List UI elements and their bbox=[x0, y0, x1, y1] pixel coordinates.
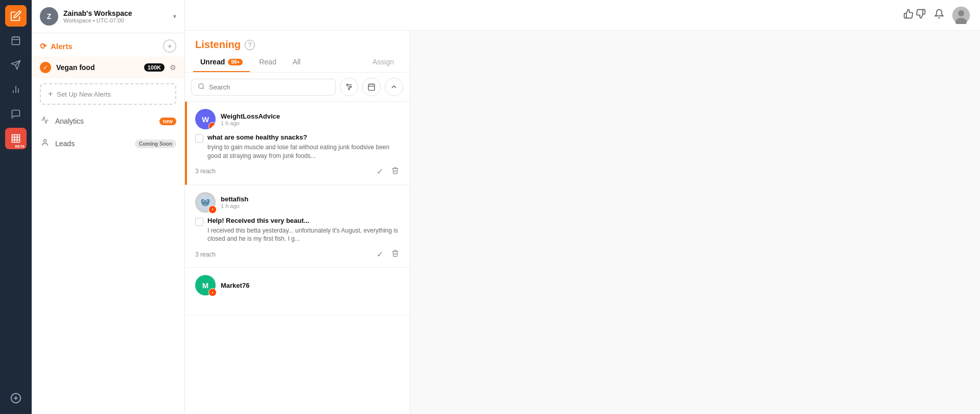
feed-item-header-3: M r Market76 bbox=[195, 275, 401, 295]
svg-rect-0 bbox=[12, 37, 20, 44]
workspace-name: Zainab's Workspace bbox=[63, 9, 168, 17]
feed-username: WeightLossAdvice bbox=[221, 112, 401, 120]
thumbs-up-icon[interactable] bbox=[903, 9, 914, 21]
svg-point-20 bbox=[199, 83, 203, 88]
svg-line-21 bbox=[203, 87, 204, 89]
leads-label: Leads bbox=[55, 140, 130, 148]
feed-item-header-2: r bettafish 1 h ago bbox=[195, 192, 401, 213]
alert-settings-icon[interactable]: ⚙ bbox=[170, 63, 176, 72]
feed-item-footer: 3 reach ✓ bbox=[195, 166, 401, 177]
notification-bell-icon[interactable] bbox=[934, 9, 944, 21]
feed-time-2: 1 h ago bbox=[221, 203, 401, 209]
tab-all-label: All bbox=[293, 58, 301, 66]
search-input-wrap bbox=[191, 79, 336, 96]
tab-assign-label: Assign bbox=[372, 58, 394, 66]
alert-count-badge: 100K bbox=[144, 63, 165, 72]
right-area bbox=[410, 31, 980, 414]
svg-point-39 bbox=[207, 201, 208, 202]
add-icon-btn[interactable] bbox=[5, 387, 27, 409]
workspace-header[interactable]: Z Zainab's Workspace Workspace • UTC-07:… bbox=[32, 0, 184, 33]
set-up-alerts-plus-icon: + bbox=[48, 89, 53, 99]
tab-unread[interactable]: Unread 99+ bbox=[193, 53, 250, 72]
sort-button[interactable] bbox=[385, 78, 403, 96]
user-avatar[interactable] bbox=[952, 7, 970, 24]
feed-avatar-3: M r bbox=[195, 275, 216, 295]
alert-item-vegan-food[interactable]: ✓ Vegan food 100K ⚙ bbox=[32, 57, 184, 78]
feed-text-block-2: Help! Received this very beaut... I rece… bbox=[207, 217, 401, 244]
top-bar bbox=[185, 0, 980, 31]
beta-label: BETA bbox=[14, 145, 26, 148]
tab-read[interactable]: Read bbox=[252, 53, 283, 72]
analytics-new-badge: new bbox=[159, 118, 176, 125]
feed-delete-button-2[interactable] bbox=[389, 248, 401, 260]
search-icon bbox=[198, 83, 205, 91]
feedback-buttons bbox=[903, 9, 926, 21]
tab-assign[interactable]: Assign bbox=[365, 53, 401, 72]
feed-item-header: W r WeightLossAdvice 1 h ago bbox=[195, 109, 401, 129]
thumbs-down-icon[interactable] bbox=[916, 9, 926, 21]
svg-rect-28 bbox=[368, 84, 375, 90]
alerts-title: ⟳ Alerts bbox=[40, 41, 73, 51]
sidebar-item-analytics[interactable]: Analytics new bbox=[32, 110, 184, 132]
leads-icon bbox=[40, 139, 50, 149]
alerts-label: Alerts bbox=[51, 42, 73, 51]
set-up-alerts-label: Set Up New Alerts bbox=[57, 90, 111, 98]
alerts-section-header: ⟳ Alerts + bbox=[32, 33, 184, 57]
unread-count-badge: 99+ bbox=[228, 59, 243, 65]
tabs-row: Unread 99+ Read All Assign bbox=[185, 53, 409, 73]
chart-icon-btn[interactable] bbox=[5, 79, 27, 100]
feed-username-3: Market76 bbox=[221, 282, 401, 289]
feed-reach-2: 3 reach bbox=[195, 251, 216, 258]
listening-help-button[interactable]: ? bbox=[245, 40, 255, 50]
workspace-avatar: Z bbox=[40, 7, 58, 26]
svg-point-16 bbox=[43, 140, 46, 142]
sidebar-item-leads[interactable]: Leads Coming Soon bbox=[32, 132, 184, 155]
workspace-info: Zainab's Workspace Workspace • UTC-07:00 bbox=[63, 9, 168, 24]
workspace-chevron-icon: ▾ bbox=[173, 13, 176, 20]
tab-all[interactable]: All bbox=[286, 53, 308, 72]
feed-item-checkbox[interactable] bbox=[195, 134, 203, 143]
feed-item-bettafish[interactable]: r bettafish 1 h ago Help! Received this … bbox=[185, 185, 409, 268]
feed-item-body: what are some healthy snacks? trying to … bbox=[195, 133, 401, 160]
calendar-filter-button[interactable] bbox=[362, 78, 381, 96]
feed-item-title-2: Help! Received this very beaut... bbox=[207, 217, 401, 224]
feed-item-title: what are some healthy snacks? bbox=[207, 133, 401, 141]
compose-icon-btn[interactable] bbox=[5, 5, 27, 27]
send-icon-btn[interactable] bbox=[5, 54, 27, 76]
calendar-icon-btn[interactable] bbox=[5, 30, 27, 51]
reddit-badge-icon: r bbox=[208, 122, 216, 129]
feed-avatar: W r bbox=[195, 109, 216, 129]
feed-meta-3: Market76 bbox=[221, 282, 401, 289]
feed-delete-button[interactable] bbox=[389, 166, 401, 177]
add-alert-button[interactable]: + bbox=[163, 39, 176, 53]
feed-reach: 3 reach bbox=[195, 168, 216, 175]
main-content: Listening ? Unread 99+ Read All Assign bbox=[185, 0, 980, 414]
feed-check-button[interactable]: ✓ bbox=[375, 166, 385, 177]
analytics-label: Analytics bbox=[55, 117, 154, 125]
feed-item-checkbox-2[interactable] bbox=[195, 218, 203, 226]
reddit-badge-icon-3: r bbox=[208, 288, 217, 296]
feed-panel: Listening ? Unread 99+ Read All Assign bbox=[185, 31, 410, 414]
icon-bar-top: BETA bbox=[5, 5, 27, 384]
reddit-badge-icon-2: r bbox=[208, 205, 217, 214]
feed-check-button-2[interactable]: ✓ bbox=[375, 248, 385, 260]
filter-settings-button[interactable] bbox=[340, 78, 358, 96]
feed-meta: WeightLossAdvice 1 h ago bbox=[221, 112, 401, 126]
beta-icon-btn[interactable]: BETA bbox=[5, 128, 27, 149]
feed-item-body-2: Help! Received this very beaut... I rece… bbox=[195, 217, 401, 244]
svg-point-25 bbox=[346, 84, 348, 86]
feed-time: 1 h ago bbox=[221, 120, 401, 126]
feed-item-weightlossadvice[interactable]: W r WeightLossAdvice 1 h ago what are bbox=[185, 102, 409, 185]
svg-point-38 bbox=[203, 201, 204, 202]
feed-item-market76[interactable]: M r Market76 bbox=[185, 268, 409, 315]
tab-unread-label: Unread bbox=[200, 58, 225, 66]
set-up-alerts-button[interactable]: + Set Up New Alerts bbox=[40, 83, 176, 105]
icon-bar: BETA bbox=[0, 0, 32, 414]
analytics-icon bbox=[40, 116, 50, 126]
listening-icon-btn[interactable] bbox=[5, 103, 27, 125]
sidebar: Z Zainab's Workspace Workspace • UTC-07:… bbox=[32, 0, 185, 414]
search-input[interactable] bbox=[209, 83, 329, 91]
feed-item-snippet: trying to gain muscle and lose fat witho… bbox=[207, 143, 401, 160]
alert-check-icon: ✓ bbox=[40, 62, 51, 73]
alert-name: Vegan food bbox=[56, 63, 139, 72]
